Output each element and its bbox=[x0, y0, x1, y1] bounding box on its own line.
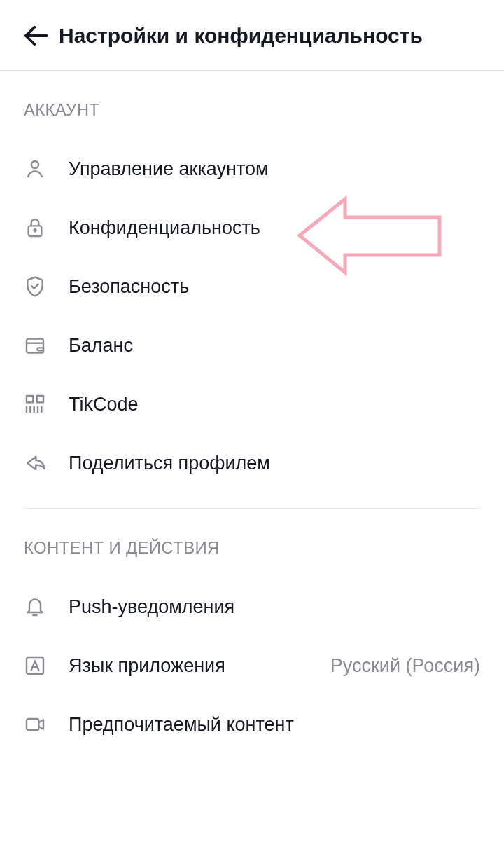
wallet-icon bbox=[24, 334, 46, 357]
menu-item-balance[interactable]: Баланс bbox=[0, 316, 504, 375]
menu-item-label: Конфиденциальность bbox=[69, 217, 480, 239]
menu-item-label: Баланс bbox=[69, 335, 480, 357]
header: Настройки и конфиденциальность bbox=[0, 0, 504, 71]
menu-item-privacy[interactable]: Конфиденциальность bbox=[0, 198, 504, 257]
svg-rect-8 bbox=[37, 396, 43, 402]
menu-item-push-notifications[interactable]: Push-уведомления bbox=[0, 577, 504, 636]
qrcode-icon bbox=[24, 393, 46, 415]
language-icon bbox=[24, 654, 46, 677]
menu-item-label: Предпочитаемый контент bbox=[69, 714, 480, 736]
menu-item-label: Поделиться профилем bbox=[69, 453, 480, 474]
share-icon bbox=[24, 452, 46, 474]
page-title: Настройки и конфиденциальность bbox=[59, 24, 423, 48]
menu-item-value: Русский (Россия) bbox=[330, 655, 480, 677]
svg-rect-15 bbox=[27, 657, 43, 674]
lock-icon bbox=[24, 216, 46, 239]
menu-item-label: Язык приложения bbox=[69, 655, 308, 677]
menu-item-security[interactable]: Безопасность bbox=[0, 257, 504, 316]
menu-item-app-language[interactable]: Язык приложения Русский (Россия) bbox=[0, 636, 504, 695]
menu-item-label: TikCode bbox=[69, 394, 480, 415]
menu-item-label: Безопасность bbox=[69, 276, 480, 298]
menu-item-label: Управление аккаунтом bbox=[69, 158, 480, 180]
svg-point-1 bbox=[31, 161, 38, 168]
bell-icon bbox=[24, 596, 46, 618]
menu-item-tikcode[interactable]: TikCode bbox=[0, 375, 504, 434]
person-icon bbox=[24, 158, 46, 180]
back-arrow-icon[interactable] bbox=[21, 21, 50, 50]
menu-item-preferred-content[interactable]: Предпочитаемый контент bbox=[0, 695, 504, 754]
shield-icon bbox=[24, 275, 46, 298]
section-title-content: КОНТЕНТ И ДЕЙСТВИЯ bbox=[0, 509, 504, 577]
menu-item-share-profile[interactable]: Поделиться профилем bbox=[0, 434, 504, 493]
section-title-account: АККАУНТ bbox=[0, 71, 504, 139]
menu-item-manage-account[interactable]: Управление аккаунтом bbox=[0, 139, 504, 198]
svg-rect-7 bbox=[27, 396, 33, 402]
menu-item-label: Push-уведомления bbox=[69, 596, 480, 618]
video-icon bbox=[24, 713, 46, 736]
svg-rect-17 bbox=[27, 719, 38, 730]
